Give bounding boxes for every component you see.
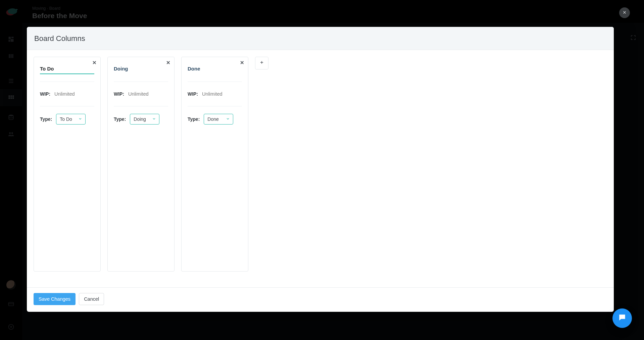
cancel-button[interactable]: Cancel <box>79 293 104 305</box>
close-icon <box>623 10 627 16</box>
wip-input[interactable] <box>202 89 236 99</box>
column-type-select[interactable]: To Do <box>56 114 86 125</box>
remove-column-button[interactable]: ✕ <box>92 60 97 65</box>
wip-label: WIP: <box>40 91 50 97</box>
modal-title: Board Columns <box>27 27 614 50</box>
modal-body: ✕ WIP: Type: To Do <box>27 50 614 287</box>
type-select-value: Done <box>207 116 218 122</box>
type-label: Type: <box>40 116 52 122</box>
close-modal-button[interactable] <box>619 7 630 18</box>
type-select-value: Doing <box>134 116 146 122</box>
chevron-down-icon <box>152 116 156 122</box>
chat-icon <box>618 313 627 323</box>
column-name-input[interactable] <box>40 64 94 74</box>
remove-column-button[interactable]: ✕ <box>239 60 245 65</box>
app-root: Moving · Board Before the Move <box>0 0 644 340</box>
remove-column-button[interactable]: ✕ <box>165 60 171 65</box>
wip-input[interactable] <box>54 89 88 99</box>
wip-input[interactable] <box>128 89 162 99</box>
board-columns-modal: Board Columns ✕ WIP: Type: To Do <box>27 27 614 312</box>
type-select-value: To Do <box>60 116 72 122</box>
chevron-down-icon <box>78 116 82 122</box>
add-column-button[interactable] <box>255 57 268 69</box>
column-name-input[interactable] <box>188 64 242 74</box>
column-card: ✕ WIP: Type: Doing <box>107 57 175 272</box>
wip-label: WIP: <box>114 91 124 97</box>
column-name-input[interactable] <box>114 64 168 74</box>
type-label: Type: <box>188 116 200 122</box>
chevron-down-icon <box>226 116 230 122</box>
chat-fab[interactable] <box>612 308 632 328</box>
column-type-select[interactable]: Doing <box>130 114 159 125</box>
type-label: Type: <box>114 116 126 122</box>
save-button[interactable]: Save Changes <box>34 293 76 305</box>
column-card: ✕ WIP: Type: Done <box>181 57 248 272</box>
column-card: ✕ WIP: Type: To Do <box>34 57 101 272</box>
plus-icon <box>259 60 264 66</box>
wip-label: WIP: <box>188 91 198 97</box>
column-type-select[interactable]: Done <box>204 114 233 125</box>
